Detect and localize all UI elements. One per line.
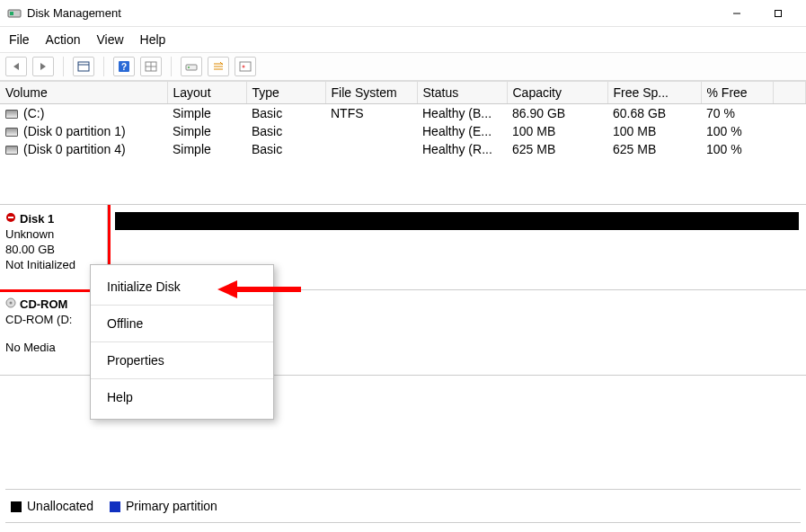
toolbar-icon-list[interactable]: [208, 57, 229, 76]
volume-list: Volume Layout Type File System Status Ca…: [0, 81, 806, 205]
context-separator: [91, 341, 273, 342]
window-controls: [716, 0, 799, 27]
toolbar-separator: [103, 57, 104, 76]
title-bar: Disk Management: [0, 0, 806, 27]
menu-file[interactable]: File: [9, 32, 30, 47]
legend-primary: Primary partition: [110, 499, 217, 513]
cdrom-drive: CD-ROM (D:: [5, 313, 102, 328]
swatch-primary: [110, 501, 120, 512]
col-pctfree[interactable]: % Free: [701, 82, 773, 104]
window-title: Disk Management: [27, 6, 716, 20]
svg-rect-3: [775, 10, 782, 16]
drive-icon: [5, 110, 18, 119]
context-separator: [91, 378, 273, 379]
help-button[interactable]: ?: [113, 57, 135, 76]
forward-button[interactable]: [32, 57, 54, 76]
cdrom-state: No Media: [5, 341, 102, 356]
volume-list-spacer: [0, 158, 806, 205]
context-properties[interactable]: Properties: [91, 344, 273, 377]
legend: Unallocated Primary partition: [5, 489, 801, 523]
disk1-type: Unknown: [5, 227, 102, 243]
context-separator: [91, 305, 273, 306]
toolbar-separator: [171, 57, 172, 76]
svg-rect-11: [186, 65, 197, 70]
table-row[interactable]: (Disk 0 partition 1)SimpleBasicHealthy (…: [0, 122, 806, 140]
col-freespace[interactable]: Free Sp...: [607, 82, 701, 104]
svg-rect-1: [10, 12, 13, 15]
disk1-state: Not Initialized: [5, 258, 102, 273]
svg-rect-19: [8, 217, 13, 218]
col-empty[interactable]: [773, 82, 806, 104]
disk1-unallocated-bar[interactable]: [115, 212, 799, 230]
swatch-unallocated: [11, 501, 22, 512]
disk1-size: 80.00 GB: [5, 243, 102, 258]
disk-error-icon: [5, 212, 16, 227]
toolbar-icon-disk[interactable]: [181, 57, 202, 76]
disk1-name: Disk 1: [20, 212, 54, 227]
spacer: [5, 328, 102, 341]
toolbar-separator: [63, 57, 64, 76]
svg-point-17: [243, 66, 245, 68]
col-status[interactable]: Status: [417, 82, 507, 104]
drive-icon: [5, 128, 18, 137]
svg-text:?: ?: [121, 62, 127, 72]
col-capacity[interactable]: Capacity: [507, 82, 607, 104]
svg-rect-4: [78, 62, 89, 71]
legend-unallocated-label: Unallocated: [27, 499, 93, 513]
context-help[interactable]: Help: [91, 381, 273, 413]
disk-context-menu: Initialize Disk Offline Properties Help: [90, 264, 274, 420]
table-row[interactable]: (C:)SimpleBasicNTFSHealthy (B...86.90 GB…: [0, 104, 806, 123]
svg-point-12: [188, 66, 190, 68]
back-button[interactable]: [5, 57, 27, 76]
svg-rect-16: [240, 62, 251, 71]
col-filesystem[interactable]: File System: [325, 82, 417, 104]
col-volume[interactable]: Volume: [0, 82, 167, 104]
legend-unallocated: Unallocated: [11, 499, 93, 513]
svg-point-21: [10, 302, 13, 305]
app-icon: [7, 6, 22, 21]
toolbar: ?: [0, 53, 806, 81]
drive-icon: [5, 146, 18, 155]
menu-action[interactable]: Action: [46, 32, 81, 47]
toolbar-icon-properties[interactable]: [235, 57, 256, 76]
context-initialize-disk[interactable]: Initialize Disk: [91, 270, 273, 303]
table-row[interactable]: (Disk 0 partition 4)SimpleBasicHealthy (…: [0, 140, 806, 158]
minimize-button[interactable]: [716, 0, 757, 27]
cdrom-name: CD-ROM: [20, 297, 67, 313]
maximize-button[interactable]: [757, 0, 799, 27]
volume-table: Volume Layout Type File System Status Ca…: [0, 82, 806, 158]
menu-view[interactable]: View: [96, 32, 123, 47]
legend-primary-label: Primary partition: [126, 499, 217, 513]
column-header-row: Volume Layout Type File System Status Ca…: [0, 82, 806, 104]
context-offline[interactable]: Offline: [91, 307, 273, 340]
toolbar-icon-grid[interactable]: [140, 57, 162, 76]
menu-help[interactable]: Help: [140, 32, 166, 47]
col-layout[interactable]: Layout: [167, 82, 246, 104]
menu-bar: File Action View Help: [0, 27, 806, 53]
toolbar-icon-view[interactable]: [73, 57, 94, 76]
col-type[interactable]: Type: [246, 82, 325, 104]
cdrom-icon: [5, 297, 16, 313]
